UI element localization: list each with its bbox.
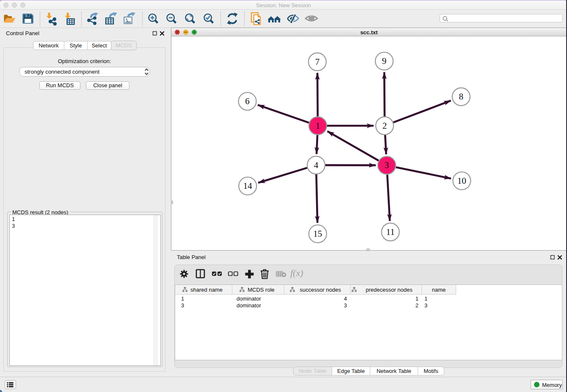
svg-text:4: 4 — [314, 160, 319, 170]
svg-text:3: 3 — [385, 160, 389, 170]
svg-text:10: 10 — [457, 176, 466, 186]
svg-text:8: 8 — [459, 91, 464, 102]
svg-text:11: 11 — [386, 227, 395, 237]
svg-text:1: 1 — [316, 121, 320, 131]
svg-text:6: 6 — [245, 96, 250, 106]
svg-text:2: 2 — [383, 121, 387, 131]
svg-text:9: 9 — [382, 56, 387, 66]
svg-text:7: 7 — [315, 57, 320, 67]
svg-text:14: 14 — [243, 181, 253, 191]
svg-text:15: 15 — [313, 229, 322, 239]
